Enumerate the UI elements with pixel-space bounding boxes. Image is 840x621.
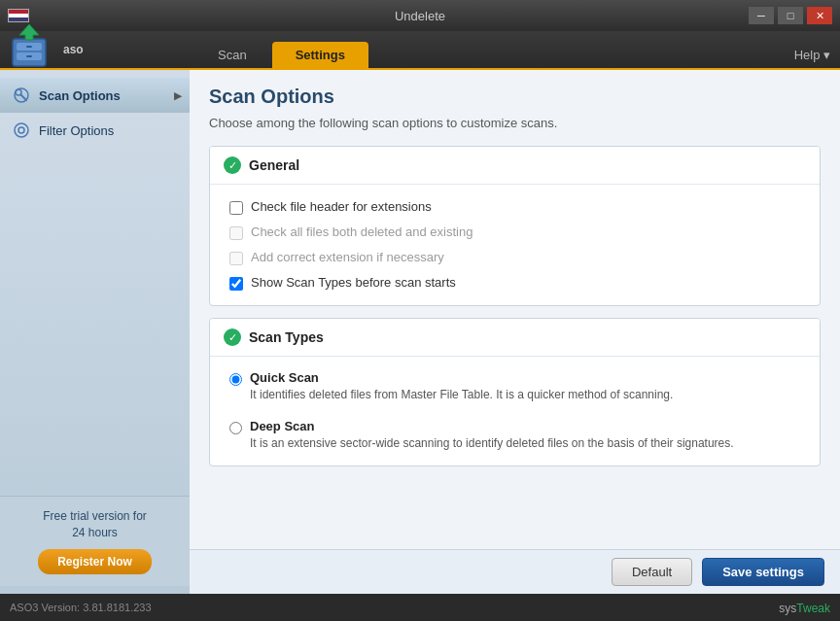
tab-scan[interactable]: Scan <box>194 42 270 68</box>
svg-rect-2 <box>26 46 32 48</box>
window-title: Undelete <box>395 9 445 23</box>
sidebar-item-filter-options[interactable]: Filter Options <box>0 113 190 148</box>
sidebar-item-scan-options[interactable]: Scan Options <box>0 78 190 113</box>
default-button[interactable]: Default <box>612 558 692 586</box>
option-show-scan-types: Show Scan Types before scan starts <box>229 270 800 295</box>
check-file-header-label: Check file header for extensions <box>251 199 432 214</box>
add-correct-ext-checkbox[interactable] <box>229 252 243 265</box>
save-settings-button[interactable]: Save settings <box>702 558 824 586</box>
brand-tweak: Tweak <box>796 602 830 615</box>
deep-scan-option: Deep Scan It is an extensive sector-wide… <box>229 415 800 456</box>
check-all-files-label: Check all files both deleted and existin… <box>251 224 472 239</box>
general-check-icon: ✓ <box>224 156 241 174</box>
general-panel-title: General <box>249 157 299 173</box>
option-add-correct-ext: Add correct extension if necessary <box>229 245 800 270</box>
deep-scan-desc: It is an extensive sector-wide scanning … <box>250 435 734 452</box>
trial-text: Free trial version for 24 hours <box>8 508 182 541</box>
show-scan-types-label: Show Scan Types before scan starts <box>251 275 456 290</box>
general-panel: ✓ General Check file header for extensio… <box>209 146 821 306</box>
sidebar-filter-options-label: Filter Options <box>39 123 114 138</box>
show-scan-types-checkbox[interactable] <box>229 277 243 291</box>
svg-marker-5 <box>19 24 39 40</box>
option-check-all-files: Check all files both deleted and existin… <box>229 220 800 245</box>
svg-line-8 <box>21 95 27 101</box>
scan-types-panel-header: ✓ Scan Types <box>210 319 820 357</box>
quick-scan-desc: It identifies deleted files from Master … <box>250 387 673 403</box>
check-all-files-checkbox[interactable] <box>229 226 243 240</box>
scan-types-panel-title: Scan Types <box>249 329 324 345</box>
title-bar-controls: ─ □ ✕ <box>749 7 832 24</box>
version-text: ASO3 Version: 3.81.8181.233 <box>10 602 152 613</box>
svg-point-9 <box>15 123 28 137</box>
scan-options-icon <box>12 86 31 105</box>
quick-scan-radio[interactable] <box>229 373 242 386</box>
check-file-header-checkbox[interactable] <box>229 201 243 215</box>
page-subtitle: Choose among the following scan options … <box>209 116 821 130</box>
logo-text: aso <box>63 43 84 56</box>
brand-sys: sys <box>779 602 796 615</box>
sidebar-scan-options-label: Scan Options <box>39 88 121 103</box>
register-button[interactable]: Register Now <box>38 549 152 574</box>
app-logo-icon <box>5 21 53 70</box>
footer-buttons: Default Save settings <box>190 549 840 594</box>
title-bar: Undelete ─ □ ✕ <box>0 0 840 31</box>
status-bar: ASO3 Version: 3.81.8181.233 sysTweak <box>0 594 840 621</box>
minimize-button[interactable]: ─ <box>749 7 774 24</box>
quick-scan-label: Quick Scan <box>250 370 673 385</box>
option-check-file-header: Check file header for extensions <box>229 194 800 220</box>
content-area: Scan Options Choose among the following … <box>190 70 840 594</box>
page-title: Scan Options <box>209 86 821 108</box>
scan-types-check-icon: ✓ <box>224 328 241 346</box>
scan-types-panel-body: Quick Scan It identifies deleted files f… <box>210 357 820 466</box>
main-layout: Scan Options Filter Options Free trial v… <box>0 70 840 594</box>
deep-scan-content: Deep Scan It is an extensive sector-wide… <box>250 419 734 452</box>
quick-scan-option: Quick Scan It identifies deleted files f… <box>229 366 800 407</box>
general-panel-body: Check file header for extensions Check a… <box>210 185 820 305</box>
deep-scan-radio[interactable] <box>229 422 242 434</box>
flag-icon <box>8 9 29 22</box>
trial-area: Free trial version for 24 hours Register… <box>0 496 190 586</box>
systweak-logo: sysTweak <box>779 602 830 615</box>
svg-point-10 <box>18 127 24 133</box>
svg-rect-4 <box>26 55 32 57</box>
help-button[interactable]: Help ▾ <box>794 48 830 62</box>
maximize-button[interactable]: □ <box>778 7 803 24</box>
filter-options-icon <box>12 121 31 140</box>
sidebar: Scan Options Filter Options Free trial v… <box>0 70 190 594</box>
logo-area: aso <box>0 31 185 70</box>
content-inner: Scan Options Choose among the following … <box>190 70 840 549</box>
tab-bar: aso Scan Settings Help ▾ <box>0 31 840 70</box>
quick-scan-content: Quick Scan It identifies deleted files f… <box>250 370 673 403</box>
close-button[interactable]: ✕ <box>807 7 832 24</box>
add-correct-ext-label: Add correct extension if necessary <box>251 250 444 264</box>
scan-types-panel: ✓ Scan Types Quick Scan It identifies de… <box>209 318 821 466</box>
tab-settings[interactable]: Settings <box>272 42 368 68</box>
deep-scan-label: Deep Scan <box>250 419 734 433</box>
general-panel-header: ✓ General <box>210 147 820 185</box>
sidebar-items: Scan Options Filter Options <box>0 78 190 496</box>
